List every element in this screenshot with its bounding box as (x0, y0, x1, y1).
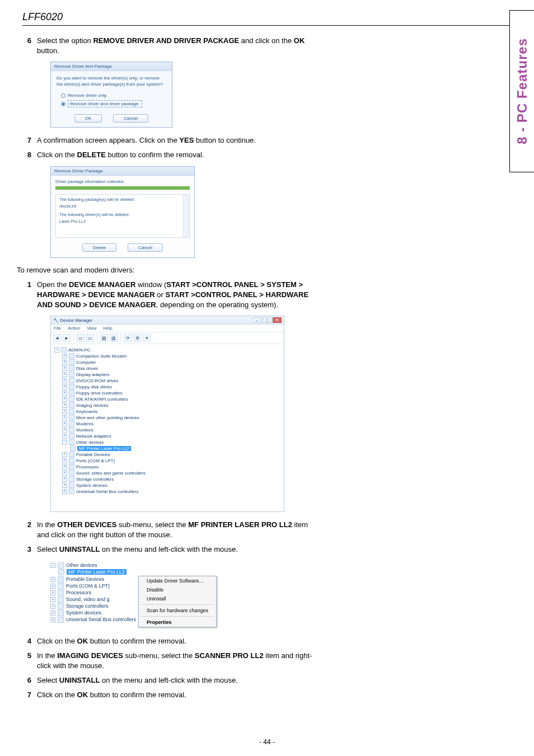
step-8: 8 Click on the DELETE button to confirm … (22, 150, 313, 160)
devmgr-tree-node[interactable]: +Imaging devices (54, 402, 280, 408)
devmgr-tree-node[interactable]: +DVD/CD-ROM drives (54, 378, 280, 383)
ctx-scan[interactable]: Scan for hardware changes (139, 606, 216, 615)
ctx-tree-node[interactable]: +Storage controllers (50, 603, 136, 609)
devmgr-tree-node[interactable]: +IDE ATA/ATAPI controllers (54, 396, 280, 402)
page-header-title: LFF6020 (22, 11, 500, 23)
ctx-update-driver[interactable]: Update Driver Software... (139, 576, 216, 585)
progress-bar (55, 186, 190, 190)
maximize-button[interactable]: □ (263, 317, 271, 323)
ctx-selected-item[interactable]: MF Printer Laser Pro LL2 (50, 569, 202, 575)
dialog2-title: Remove Driver Package (51, 167, 194, 176)
ctx-tree-node[interactable]: +Universal Serial Bus controllers (50, 617, 136, 623)
ctx-uninstall[interactable]: Uninstall (139, 594, 216, 603)
side-tab-text: 8 - PC Features (514, 38, 530, 144)
step-body: Click on the DELETE button to confirm th… (37, 150, 313, 160)
step-1: 1 Open the DEVICE MANAGER window (START … (22, 280, 313, 311)
ctx-tree-node[interactable]: +Processors (50, 590, 136, 596)
close-button[interactable]: ✕ (273, 317, 282, 323)
devmgr-tree-node[interactable]: +Storage controllers (54, 476, 280, 482)
devmgr-tree-node[interactable]: +Computer (54, 359, 280, 365)
ctx-disable[interactable]: Disable (139, 585, 216, 594)
devmgr-tree-node[interactable]: +Monitors (54, 427, 280, 433)
screenshot-remove-driver-package-dialog: Remove Driver And Package Do you want to… (50, 62, 313, 128)
ctx-tree-node[interactable]: +Sound, video and g (50, 597, 136, 603)
step-number: 6 (22, 36, 37, 56)
toolbar-icon[interactable]: ⚙ (133, 334, 141, 342)
radio-icon (61, 93, 65, 98)
ctx-tree-node[interactable]: +System devices (50, 610, 136, 616)
devmgr-tree-node[interactable]: +Display adapters (54, 372, 280, 377)
ctx-properties[interactable]: Properties (139, 618, 216, 627)
screenshot-context-menu: −Other devices MF Printer Laser Pro LL2 … (50, 561, 313, 628)
devmgr-tree-node[interactable]: +Universal Serial Bus controllers (54, 489, 280, 494)
ctx-tree-node[interactable]: +Ports (COM & LPT) (50, 583, 136, 589)
devmgr-menubar[interactable]: FileActionViewHelp (51, 325, 284, 332)
devmgr-tree-node[interactable]: +Floppy drive controllers (54, 390, 280, 396)
step-6: 6 Select the option REMOVE DRIVER AND DR… (22, 36, 313, 56)
back-icon[interactable]: ◄ (53, 334, 61, 342)
dialog1-cancel-button[interactable]: Cancel (113, 114, 148, 123)
step-number: 8 (22, 150, 37, 160)
side-tab: 8 - PC Features (509, 10, 534, 172)
step-4: 4 Click on the OK button to confirm the … (22, 636, 313, 646)
forward-icon[interactable]: ► (63, 334, 71, 342)
devmgr-tree[interactable]: −ADMIN-PC +Companion Suite Modem+Compute… (51, 344, 284, 511)
devmgr-tree-node[interactable]: +System devices (54, 482, 280, 488)
ctx-tree-node[interactable]: +Portable Devices (50, 576, 136, 583)
devmgr-tree-node[interactable]: +Network adapters (54, 433, 280, 439)
dialog2-collected: Driver package information collected. (55, 179, 190, 184)
toolbar-icon[interactable]: ▭ (77, 334, 85, 342)
step-2: 2 In the OTHER DEVICES sub-menu, select … (22, 520, 313, 540)
step-number: 7 (22, 135, 37, 145)
dialog1-option-driver-and-package[interactable]: Remove driver and driver package. (61, 100, 166, 107)
dialog1-title: Remove Driver And Package (51, 62, 172, 71)
toolbar-icon[interactable]: ⟳ (124, 334, 132, 342)
context-menu: Update Driver Software... Disable Uninst… (138, 576, 217, 627)
devmgr-tree-node[interactable]: +Processors (54, 464, 280, 469)
step-number: 1 (22, 280, 37, 311)
step-6b: 6 Select UNINSTALL on the menu and left-… (22, 675, 313, 685)
step-number: 2 (22, 520, 37, 540)
devmgr-tree-node[interactable]: +Disk drives (54, 365, 280, 371)
devmgr-title: 🔧 Device Manager (53, 318, 92, 323)
step-body: A confirmation screen appears. Click on … (37, 135, 313, 145)
screenshot-device-manager: 🔧 Device Manager – □ ✕ FileActionViewHel… (50, 316, 313, 512)
step-body: Open the DEVICE MANAGER window (START >C… (37, 280, 313, 311)
toolbar-icon[interactable]: ▥ (110, 334, 118, 342)
devmgr-tree-node[interactable]: +Mice and other pointing devices (54, 415, 280, 420)
radio-icon-selected (61, 102, 65, 106)
devmgr-selected-item[interactable]: MF Printer Laser Pro LL2 (54, 445, 280, 451)
step-3: 3 Select UNINSTALL on the menu and left-… (22, 544, 313, 555)
dialog2-cancel-button[interactable]: Cancel (128, 243, 163, 252)
devmgr-toolbar[interactable]: ◄ ► ▭ ▭ ▧ ▥ ⟳ ⚙ ✶ (51, 332, 284, 344)
devmgr-tree-node[interactable]: +Floppy disk drives (54, 384, 280, 389)
screenshot-remove-driver-package-confirm: Remove Driver Package Driver package inf… (50, 166, 313, 258)
page-footer: - 44 - (0, 738, 534, 746)
dialog1-message: Do you want to remove the driver(s) only… (57, 76, 166, 87)
step-7b: 7 Click on the OK button to confirm the … (22, 690, 313, 700)
dialog1-ok-button[interactable]: OK (74, 114, 102, 123)
devmgr-tree-node[interactable]: +Companion Suite Modem (54, 353, 280, 359)
minimize-button[interactable]: – (252, 317, 261, 323)
dialog1-option-driver-only[interactable]: Remove driver only. (61, 93, 166, 98)
devmgr-tree-node[interactable]: +Keyboards (54, 408, 280, 414)
toolbar-icon[interactable]: ▭ (86, 334, 94, 342)
header-rule (22, 25, 515, 26)
step-7: 7 A confirmation screen appears. Click o… (22, 135, 313, 145)
toolbar-icon[interactable]: ▧ (100, 334, 108, 342)
step-body: Select UNINSTALL on the menu and left-cl… (37, 544, 313, 555)
devmgr-tree-node[interactable]: +Sound, video and game controllers (54, 470, 280, 476)
devmgr-tree-node[interactable]: +Modems (54, 421, 280, 426)
step-body: In the OTHER DEVICES sub-menu, select th… (37, 520, 313, 540)
dialog2-listbox: The following package(s) will be deleted… (55, 194, 190, 238)
devmgr-tree-node[interactable]: +Ports (COM & LPT) (54, 458, 280, 463)
step-number: 3 (22, 544, 37, 555)
devmgr-tree-node[interactable]: +Portable Devices (54, 452, 280, 457)
intro-text: To remove scan and modem drivers: (17, 266, 313, 274)
step-5: 5 In the IMAGING DEVICES sub-menu, selec… (22, 651, 313, 671)
step-body: Select the option REMOVE DRIVER AND DRIV… (37, 36, 313, 56)
toolbar-icon[interactable]: ✶ (143, 334, 151, 342)
dialog2-delete-button[interactable]: Delete (82, 243, 116, 252)
